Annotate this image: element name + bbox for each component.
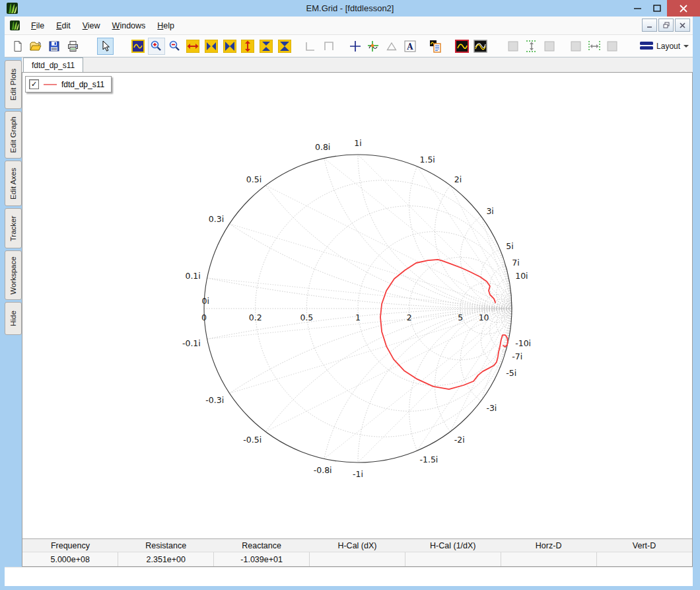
- legend-series-label: fdtd_dp_s11: [61, 80, 104, 89]
- plot-window-button[interactable]: [454, 38, 471, 55]
- crosshair-button[interactable]: [347, 38, 364, 55]
- svg-text:0: 0: [201, 313, 207, 322]
- mdi-minimize-button[interactable]: [642, 18, 657, 32]
- svg-text:-5i: -5i: [506, 368, 516, 378]
- mirror-horizontal-button[interactable]: [221, 38, 238, 55]
- svg-text:3i: 3i: [486, 206, 493, 216]
- menu-edit[interactable]: Edit: [50, 18, 77, 33]
- tracker-button[interactable]: [365, 38, 382, 55]
- sidebar-item-workspace[interactable]: Workspace: [5, 250, 22, 300]
- save-button[interactable]: [46, 38, 63, 55]
- mirror-vertical-button[interactable]: [276, 38, 293, 55]
- status-column-value: 5.000e+08: [22, 552, 118, 567]
- menu-help[interactable]: Help: [151, 18, 180, 33]
- status-column-value: [501, 552, 596, 567]
- sidebar-item-edit-graph[interactable]: Edit Graph: [5, 111, 22, 159]
- mirror-vertical-icon: [278, 40, 291, 53]
- menu-view[interactable]: View: [77, 18, 106, 33]
- mdi-minimize-icon: [647, 22, 652, 28]
- open-file-button[interactable]: [28, 38, 45, 55]
- fit-horizontal-icon: [588, 40, 601, 52]
- plot-report-button[interactable]: [427, 38, 444, 55]
- emgrid-logo-small-icon: [10, 20, 20, 30]
- corner-bracket-icon: [304, 40, 316, 52]
- titlebar[interactable]: EM.Grid - [fdtdlesson2]: [0, 0, 700, 17]
- plot-area[interactable]: 00.20.5125100i0.1i0.3i0.5i0.8i1i1.5i2i3i…: [22, 73, 692, 538]
- svg-text:A: A: [406, 42, 413, 51]
- svg-text:0.5i: 0.5i: [246, 174, 262, 184]
- disabled-box-icon: [607, 41, 617, 52]
- fit-plot-button[interactable]: [129, 38, 147, 55]
- layout-icon: [640, 42, 653, 50]
- mdi-close-button[interactable]: [675, 18, 690, 32]
- status-column-value: [405, 552, 501, 567]
- sidebar-item-edit-plots[interactable]: Edit Plots: [5, 60, 22, 109]
- side-tab-strip: Edit Plots Edit Graph Edit Axes Tracker …: [5, 57, 22, 567]
- cursor-icon: [100, 40, 110, 52]
- close-button[interactable]: [667, 0, 700, 17]
- status-column-value: [310, 552, 405, 567]
- legend-line-sample: [44, 84, 57, 85]
- slope-button: [383, 38, 400, 55]
- minimize-button[interactable]: [627, 0, 647, 17]
- menu-file[interactable]: File: [25, 18, 50, 33]
- svg-text:10: 10: [479, 313, 489, 322]
- expand-vertical-icon: [241, 40, 254, 53]
- text-label-button[interactable]: A: [402, 38, 419, 55]
- top-bracket-icon: [323, 40, 335, 52]
- shrink-horizontal-button[interactable]: [203, 38, 220, 55]
- close-icon: [680, 5, 687, 13]
- printer-icon: [67, 40, 79, 52]
- plot-legend: ✓ fdtd_dp_s11: [25, 76, 112, 92]
- tab-fdtd-dp-s11[interactable]: fdtd_dp_s11: [23, 57, 83, 72]
- svg-text:5i: 5i: [506, 241, 513, 251]
- new-file-button[interactable]: [9, 38, 26, 55]
- chevron-down-icon: [683, 45, 689, 48]
- select-cursor-button[interactable]: [97, 38, 114, 55]
- maximize-button[interactable]: [647, 0, 667, 17]
- shrink-horizontal-icon: [205, 40, 218, 53]
- fit-horizontal-right-button: [604, 38, 621, 55]
- svg-text:5: 5: [458, 313, 463, 322]
- plot-report-icon: [429, 40, 442, 53]
- svg-text:0.5: 0.5: [300, 313, 313, 322]
- layout-dropdown-button[interactable]: Layout: [636, 40, 693, 53]
- svg-text:10i: 10i: [515, 271, 528, 281]
- triangle-icon: [386, 42, 397, 51]
- overlay-plots-button[interactable]: [472, 38, 489, 55]
- svg-text:0i: 0i: [202, 296, 209, 306]
- disabled-box-icon: [571, 41, 581, 52]
- svg-text:-0.5i: -0.5i: [243, 435, 262, 445]
- red-wave-icon: [455, 40, 469, 53]
- svg-text:-0.8i: -0.8i: [314, 465, 332, 475]
- smith-chart[interactable]: 00.20.5125100i0.1i0.3i0.5i0.8i1i1.5i2i3i…: [22, 73, 693, 544]
- svg-text:2: 2: [407, 313, 412, 322]
- expand-vertical-button[interactable]: [239, 38, 256, 55]
- sidebar-item-tracker[interactable]: Tracker: [5, 208, 22, 248]
- document-tabbar: fdtd_dp_s11: [22, 57, 693, 72]
- print-button[interactable]: [64, 38, 81, 55]
- fit-vertical-button: [523, 38, 540, 55]
- zoom-in-button[interactable]: [148, 38, 165, 55]
- menubar: File Edit View Windows Help: [5, 17, 693, 35]
- status-column-value: 2.351e+00: [118, 552, 214, 567]
- shrink-vertical-button[interactable]: [258, 38, 275, 55]
- expand-horizontal-button[interactable]: [184, 38, 201, 55]
- mirror-horizontal-icon: [223, 40, 236, 53]
- svg-text:1i: 1i: [354, 138, 361, 148]
- workspace: Edit Plots Edit Graph Edit Axes Tracker …: [5, 57, 693, 567]
- fit-vertical-icon: [526, 40, 538, 53]
- sidebar-item-edit-axes[interactable]: Edit Axes: [5, 161, 22, 206]
- mdi-restore-button[interactable]: [658, 18, 674, 32]
- disabled-box-icon: [544, 41, 555, 52]
- expand-horizontal-icon: [186, 40, 199, 53]
- sidebar-item-hide[interactable]: Hide: [5, 302, 22, 335]
- zoom-out-icon: [168, 40, 181, 52]
- double-wave-icon: [473, 40, 487, 53]
- window-title: EM.Grid - [fdtdlesson2]: [0, 3, 700, 13]
- tracker-crosshair-icon: [367, 40, 380, 53]
- legend-checkbox[interactable]: ✓: [29, 79, 39, 89]
- status-column-value: -1.039e+01: [214, 552, 310, 567]
- zoom-out-button[interactable]: [166, 38, 184, 55]
- menu-windows[interactable]: Windows: [106, 18, 152, 33]
